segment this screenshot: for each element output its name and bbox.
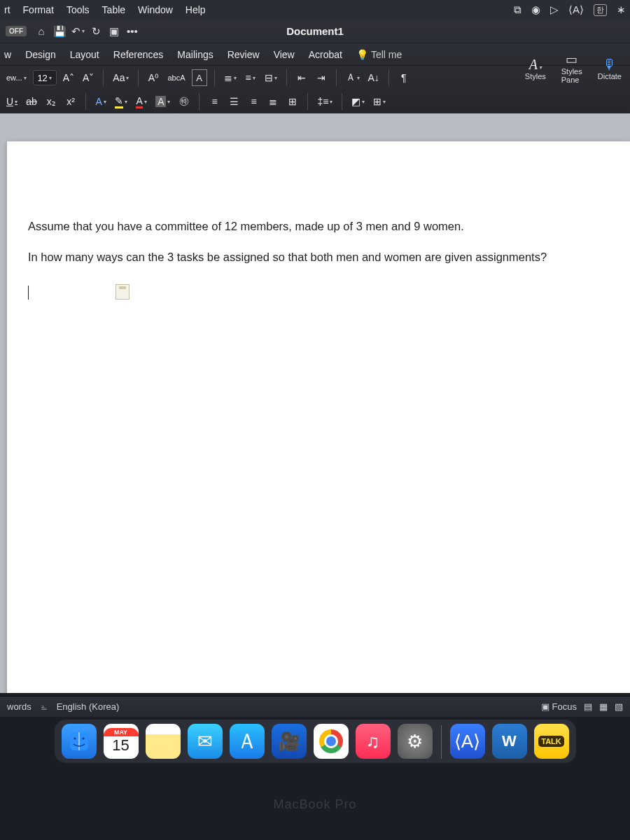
more-icon[interactable]: ••• <box>125 24 140 39</box>
enclose-char-button[interactable]: ㊕ <box>176 93 192 110</box>
align-right-button[interactable]: ≡ <box>246 93 261 110</box>
dock: MAY15 ✉ Ａ 🎥 ♫ ⚙ ⟨A⟩ W TALK <box>0 720 630 763</box>
tell-me-search[interactable]: 💡 Tell me <box>356 49 402 60</box>
svg-point-1 <box>74 737 76 739</box>
tab-acrobat[interactable]: Acrobat <box>309 49 342 60</box>
word-letter: W <box>502 732 517 750</box>
tab-design[interactable]: Design <box>25 49 56 60</box>
menu-rt[interactable]: rt <box>4 4 10 15</box>
tab-w[interactable]: w <box>4 49 11 60</box>
font-size-input[interactable]: 12 <box>33 70 57 85</box>
tab-references[interactable]: References <box>113 49 164 60</box>
mac-menubar: rt Format Tools Table Window Help ⧉ ◉ ▷ … <box>0 0 630 20</box>
align-left-button[interactable]: ≡ <box>206 93 222 110</box>
line-spacing-button[interactable]: ‡≡ <box>315 93 335 110</box>
wifi-icon[interactable]: ◉ <box>531 4 540 16</box>
dock-notes-icon[interactable] <box>146 724 181 759</box>
separator <box>199 93 200 110</box>
spellcheck-icon[interactable]: ⎁ <box>41 701 47 712</box>
dock-appstore-icon[interactable]: Ａ <box>230 724 265 759</box>
paragraph-1[interactable]: Assume that you have a committee of 12 m… <box>28 218 609 235</box>
word-count[interactable]: words <box>7 701 31 712</box>
numbering-button[interactable]: ≡ <box>243 69 258 86</box>
clear-format-button[interactable]: A⁰ <box>146 69 161 86</box>
tab-layout[interactable]: Layout <box>70 49 99 60</box>
language-indicator[interactable]: English (Korea) <box>57 701 120 712</box>
document-page[interactable]: Assume that you have a committee of 12 m… <box>7 141 630 693</box>
document-viewport[interactable]: Assume that you have a committee of 12 m… <box>0 113 630 693</box>
paragraph-2[interactable]: In how many ways can the 3 tasks be assi… <box>28 249 609 266</box>
dock-finder-icon[interactable] <box>62 724 97 759</box>
align-justify-button[interactable]: ≣ <box>265 93 281 110</box>
dock-translate-icon[interactable]: ⟨A⟩ <box>450 724 485 759</box>
read-mode-icon[interactable]: ▤ <box>584 701 592 712</box>
focus-mode-button[interactable]: ▣ Focus <box>541 701 577 712</box>
char-shading-button[interactable]: A <box>153 93 172 110</box>
dock-mail-icon[interactable]: ✉ <box>188 724 223 759</box>
dock-facetime-icon[interactable]: 🎥 <box>272 724 307 759</box>
menu-table[interactable]: Table <box>102 4 125 15</box>
sort-button[interactable]: A↓ <box>366 69 382 86</box>
print-layout-icon[interactable]: ▦ <box>599 701 608 712</box>
menu-tools[interactable]: Tools <box>66 4 90 15</box>
align-distribute-button[interactable]: ⊞ <box>285 93 300 110</box>
subscript-button[interactable]: x₂ <box>43 93 59 110</box>
dock-calendar-icon[interactable]: MAY15 <box>104 724 139 759</box>
menu-help[interactable]: Help <box>186 4 206 15</box>
web-layout-icon[interactable]: ▧ <box>615 701 623 712</box>
styles-pane-button[interactable]: ▭ Styles Pane <box>557 53 587 84</box>
translate-icon[interactable]: ⟨A⟩ <box>568 4 584 16</box>
bluetooth-icon[interactable]: ∗ <box>617 4 626 16</box>
undo-icon[interactable]: ↶ <box>70 24 85 39</box>
separator <box>103 69 104 86</box>
strike-button[interactable]: ab <box>24 93 39 110</box>
multilevel-button[interactable]: ⊟ <box>262 69 279 86</box>
tab-view[interactable]: View <box>274 49 295 60</box>
dock-settings-icon[interactable]: ⚙ <box>398 724 433 759</box>
change-case-button[interactable]: Aa <box>111 69 131 86</box>
status-bar: words ⎁ English (Korea) ▣ Focus ▤ ▦ ▧ <box>0 696 630 717</box>
document-title: Document1 <box>286 25 344 37</box>
play-icon[interactable]: ▷ <box>550 4 559 16</box>
talk-badge: TALK <box>538 736 564 747</box>
decrease-indent-button[interactable]: ⇤ <box>294 69 309 86</box>
home-icon[interactable]: ⌂ <box>34 24 49 39</box>
autosave-toggle[interactable]: OFF <box>6 26 27 36</box>
text-effects-button[interactable]: A <box>93 93 108 110</box>
phonetic-guide-button[interactable]: abcA <box>165 69 187 86</box>
paragraph-marks-button[interactable]: ¶ <box>396 69 412 86</box>
menu-format[interactable]: Format <box>23 4 54 15</box>
ime-icon[interactable]: 한 <box>594 4 607 16</box>
dock-chrome-icon[interactable] <box>314 724 349 759</box>
superscript-button[interactable]: x² <box>63 93 78 110</box>
dock-kakaotalk-icon[interactable]: TALK <box>534 724 569 759</box>
window-titlebar: OFF ⌂ 💾 ↶ ↻ ▣ ••• Document1 <box>0 20 630 43</box>
dock-word-icon[interactable]: W <box>492 724 527 759</box>
save-icon[interactable]: 💾 <box>52 24 67 39</box>
underline-button[interactable]: U <box>4 93 20 110</box>
char-border-button[interactable]: A <box>192 69 207 86</box>
print-icon[interactable]: ▣ <box>106 24 122 39</box>
grow-font-button[interactable]: A˄ <box>61 69 76 86</box>
dock-music-icon[interactable]: ♫ <box>356 724 391 759</box>
borders-button[interactable]: ⊞ <box>371 93 388 110</box>
tab-review[interactable]: Review <box>227 49 260 60</box>
styles-gallery[interactable]: A Styles <box>521 57 550 80</box>
redo-icon[interactable]: ↻ <box>88 24 104 39</box>
bullets-button[interactable]: ≣ <box>222 69 239 86</box>
increase-indent-button[interactable]: ⇥ <box>314 69 329 86</box>
highlight-button[interactable]: ✎ <box>113 93 130 110</box>
menu-window[interactable]: Window <box>138 4 173 15</box>
shading-button[interactable]: ◩ <box>349 93 367 110</box>
paste-options-icon[interactable] <box>115 284 130 300</box>
separator <box>214 69 215 86</box>
dropbox-icon[interactable]: ⧉ <box>514 4 522 16</box>
font-color-button[interactable]: A <box>134 93 149 110</box>
tab-mailings[interactable]: Mailings <box>177 49 213 60</box>
asian-layout-button[interactable]: Ａ <box>344 69 362 86</box>
mic-icon: 🎙 <box>603 57 617 72</box>
font-family-dropdown[interactable]: ew... <box>4 69 29 86</box>
align-center-button[interactable]: ☰ <box>226 93 241 110</box>
dictate-button[interactable]: 🎙 Dictate <box>594 57 626 80</box>
shrink-font-button[interactable]: A˅ <box>80 69 96 86</box>
